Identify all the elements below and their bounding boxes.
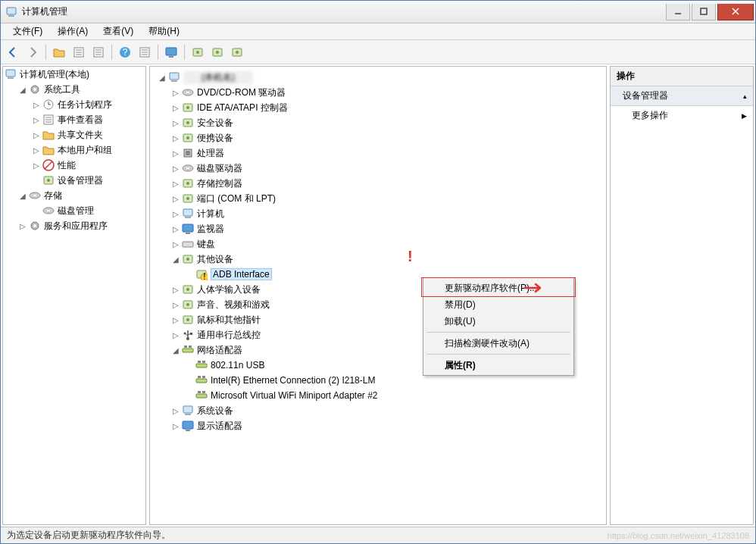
storage-ctrl-icon <box>182 177 194 189</box>
update-driver-button[interactable] <box>189 43 207 61</box>
menu-help[interactable]: 帮助(H) <box>141 23 187 39</box>
maximize-button[interactable] <box>692 4 716 20</box>
tree-root[interactable]: 计算机管理(本地) <box>3 67 145 82</box>
menu-action[interactable]: 操作(A) <box>50 23 95 39</box>
dev-monitor[interactable]: ▷监视器 <box>170 221 603 236</box>
expand-icon[interactable]: ▷ <box>32 115 41 124</box>
actions-header: 操作 <box>611 67 753 86</box>
clock-icon <box>42 98 55 111</box>
tree-services-apps[interactable]: ▷服务和应用程序 <box>17 218 145 233</box>
dev-keyboard[interactable]: ▷键盘 <box>170 236 603 252</box>
ctx-disable[interactable]: 禁用(D) <box>425 296 572 313</box>
dev-storage-ctrl[interactable]: ▷存储控制器 <box>170 176 603 191</box>
perf-icon <box>42 159 55 171</box>
nav-forward-button[interactable] <box>23 43 42 61</box>
window-title: 计算机管理 <box>22 5 664 18</box>
expand-icon[interactable]: ▷ <box>32 145 41 155</box>
disk-icon <box>42 205 55 217</box>
nav-back-button[interactable] <box>4 43 22 61</box>
tree-event-viewer[interactable]: ▷事件查看器 <box>30 112 145 127</box>
actions-more[interactable]: 更多操作 ▶ <box>611 106 753 125</box>
expand-icon[interactable]: ◢ <box>158 73 167 82</box>
tree-local-users[interactable]: ▷本地用户和组 <box>30 142 145 158</box>
tree-task-scheduler[interactable]: ▷任务计划程序 <box>30 97 145 112</box>
nic-icon <box>195 374 208 386</box>
computer-icon <box>168 71 180 83</box>
uninstall-button[interactable] <box>208 43 226 61</box>
tree-storage[interactable]: ◢ 存储 <box>17 188 145 203</box>
dev-disk[interactable]: ▷磁盘驱动器 <box>170 161 603 176</box>
minimize-button[interactable] <box>666 4 690 20</box>
help-button[interactable] <box>116 43 134 61</box>
statusbar-text: 为选定设备启动更新驱动程序软件向导。 <box>7 529 170 542</box>
menu-view[interactable]: 查看(V) <box>95 23 141 39</box>
actions-more-label: 更多操作 <box>632 109 668 122</box>
ctx-update-driver[interactable]: 更新驱动程序软件(P)... <box>425 280 572 296</box>
ctx-scan-hardware[interactable]: 扫描检测硬件改动(A) <box>425 335 572 352</box>
console-button[interactable] <box>136 43 154 61</box>
device-tree-pane[interactable]: ◢(本机名) ▷DVD/CD-ROM 驱动器 ▷IDE ATA/ATAPI 控制… <box>149 66 607 525</box>
expand-icon[interactable]: ▷ <box>32 100 41 109</box>
console-tree-pane[interactable]: 计算机管理(本地) ◢ 系统工具 ▷任务计划程序 ▷事件查看器 <box>2 66 146 525</box>
tree-performance[interactable]: ▷性能 <box>30 158 145 173</box>
expand-icon[interactable]: ◢ <box>18 85 27 94</box>
device-root[interactable]: ◢(本机名) <box>156 70 603 85</box>
dev-cpu[interactable]: ▷处理器 <box>170 145 603 161</box>
expand-icon[interactable]: ▷ <box>18 221 27 230</box>
close-button[interactable] <box>717 4 754 20</box>
keyboard-icon <box>182 238 194 250</box>
expand-icon[interactable]: ▷ <box>32 130 41 139</box>
dev-ide[interactable]: ▷IDE ATA/ATAPI 控制器 <box>170 100 603 115</box>
expand-icon[interactable]: ▷ <box>32 161 41 170</box>
hid-icon <box>182 283 194 295</box>
show-hide-tree-button[interactable] <box>70 43 88 61</box>
tools-icon <box>29 83 41 95</box>
dev-portable[interactable]: ▷便携设备 <box>170 130 603 145</box>
security-icon <box>182 117 194 129</box>
mouse-icon <box>182 314 194 326</box>
storage-icon <box>29 189 41 202</box>
dev-ports[interactable]: ▷端口 (COM 和 LPT) <box>170 191 603 206</box>
ctx-properties[interactable]: 属性(R) <box>425 357 572 374</box>
body: 计算机管理(本地) ◢ 系统工具 ▷任务计划程序 ▷事件查看器 <box>1 64 755 527</box>
computer-icon <box>182 208 194 220</box>
disable-button[interactable] <box>228 43 246 61</box>
expand-icon[interactable]: ◢ <box>18 191 27 200</box>
properties-button[interactable] <box>89 43 108 61</box>
warning-device-icon <box>195 268 208 280</box>
nic-icon <box>195 359 208 371</box>
dev-display[interactable]: ▷显示适配器 <box>170 418 603 433</box>
tree-system-tools[interactable]: ◢ 系统工具 <box>17 82 145 97</box>
disk-icon <box>182 162 194 174</box>
watermark: https://blog.csdn.net/weixin_41283108 <box>608 531 749 540</box>
window: 计算机管理 文件(F) 操作(A) 查看(V) 帮助(H) <box>0 0 756 544</box>
dev-dvd[interactable]: ▷DVD/CD-ROM 驱动器 <box>170 85 603 100</box>
collapse-icon[interactable]: ▴ <box>743 92 747 100</box>
dev-security[interactable]: ▷安全设备 <box>170 115 603 130</box>
dev-computer[interactable]: ▷计算机 <box>170 206 603 221</box>
services-icon <box>29 220 41 232</box>
actions-subheader[interactable]: 设备管理器 ▴ <box>611 86 753 106</box>
dev-other[interactable]: ◢其他设备 <box>170 252 603 267</box>
toolbar <box>1 40 755 64</box>
users-icon <box>42 144 55 156</box>
system-icon <box>182 405 194 417</box>
tree-device-manager[interactable]: 设备管理器 <box>30 173 145 188</box>
app-icon <box>5 6 17 18</box>
ctx-separator <box>426 354 570 355</box>
up-button[interactable] <box>50 43 68 61</box>
network-icon <box>182 344 194 356</box>
scan-hardware-button[interactable] <box>162 43 180 61</box>
tree-shared-folders[interactable]: ▷共享文件夹 <box>30 127 145 142</box>
display-icon <box>182 420 194 432</box>
toolbar-sep <box>158 45 158 60</box>
menu-file[interactable]: 文件(F) <box>5 23 50 39</box>
ctx-uninstall[interactable]: 卸载(U) <box>425 313 572 330</box>
dev-system[interactable]: ▷系统设备 <box>170 403 603 418</box>
computer-icon <box>5 68 17 80</box>
event-icon <box>42 114 55 126</box>
titlebar[interactable]: 计算机管理 <box>1 1 755 23</box>
dev-net-virtual-wifi[interactable]: Microsoft Virtual WiFi Miniport Adapter … <box>183 388 603 403</box>
tree-disk-mgmt[interactable]: 磁盘管理 <box>30 203 145 218</box>
statusbar: 为选定设备启动更新驱动程序软件向导。 https://blog.csdn.net… <box>1 527 755 543</box>
